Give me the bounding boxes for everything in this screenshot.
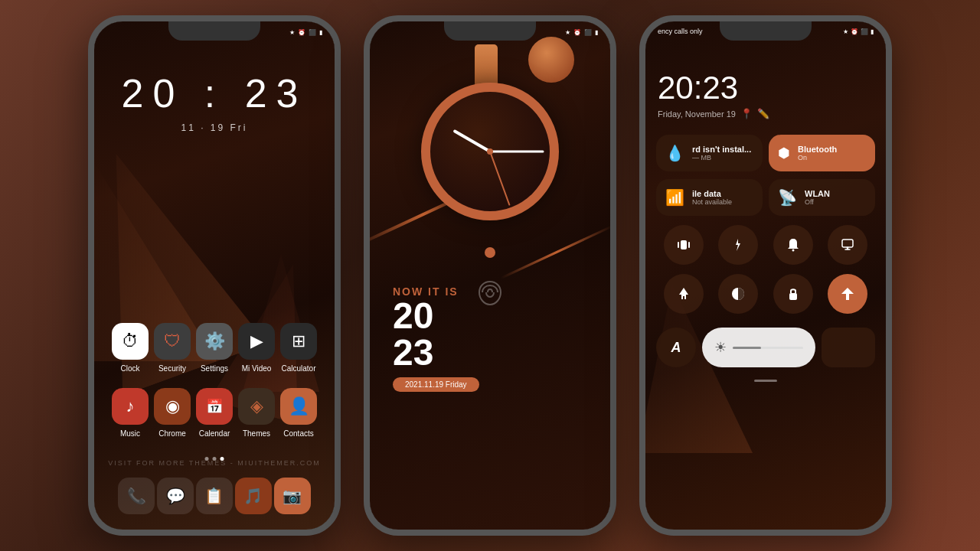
app-music-label: Music (120, 429, 140, 438)
dock-messages[interactable]: 💬 (157, 478, 194, 514)
cc-bluetooth-sub: On (798, 154, 837, 161)
alarm-icon-1: ⏰ (298, 29, 305, 36)
app-calculator-label: Calculator (281, 364, 315, 373)
home-clock: 20 : 23 11 · 19 Fri (94, 40, 335, 141)
battery-icon-2: ▮ (595, 29, 598, 36)
app-grid: ⏱ Clock 🛡 Security ⚙️ Settings ▶ (94, 323, 335, 453)
toggle-lock[interactable] (773, 274, 813, 314)
cc-dark-tile[interactable] (822, 328, 875, 367)
cc-water-title: rd isn't instal... (692, 145, 751, 154)
home-time: 20 : 23 (94, 70, 335, 116)
mivideo-app-icon[interactable]: ▶ (238, 323, 275, 360)
cc-tile-wlan[interactable]: 📡 WLAN Off (769, 179, 875, 216)
security-app-icon[interactable]: 🛡 (154, 323, 191, 360)
toggle-location[interactable] (828, 274, 867, 314)
cc-toggles-row1 (645, 222, 886, 268)
second-hand (489, 152, 511, 206)
cc-mobiledata-sub: Not available (692, 198, 732, 206)
cc-wlan-text: WLAN Off (805, 189, 830, 206)
svg-point-3 (792, 249, 794, 252)
dock-camera[interactable]: 📷 (274, 478, 311, 514)
cc-bottom-controls: A ☀ (645, 324, 886, 370)
now-digits-top: 20 23 (393, 298, 479, 371)
cc-tile-water[interactable]: 💧 rd isn't instal... — MB (656, 135, 763, 171)
mobiledata-icon: 📶 (665, 188, 684, 207)
app-music[interactable]: ♪ Music (109, 388, 151, 438)
center-dot (487, 148, 493, 155)
cc-bluetooth-icon: ★ (843, 28, 848, 35)
brightness-slider[interactable]: ☀ (702, 328, 815, 367)
dock-notes[interactable]: 📋 (196, 478, 233, 514)
cc-tile-bluetooth[interactable]: ⬢ Bluetooth On (769, 135, 875, 171)
app-contacts[interactable]: 👤 Contacts (278, 388, 319, 438)
clock-face (421, 83, 559, 220)
svg-rect-2 (688, 242, 690, 248)
app-clock[interactable]: ⏱ Clock (109, 323, 151, 373)
toggle-screenshot[interactable] (828, 225, 867, 265)
status-bar-1: ★ ⏰ ⬛ ▮ (94, 21, 335, 40)
scroll-indicator (645, 375, 886, 386)
now-section: NOW IT IS 20 23 2021.11.19 Friday (393, 285, 479, 392)
cc-mobiledata-text: ile data Not available (692, 189, 732, 206)
water-icon: 💧 (665, 144, 684, 162)
app-themes-label: Themes (243, 429, 270, 438)
themes-app-icon[interactable]: ◈ (238, 388, 275, 425)
cc-screenshot-icon: ⬛ (861, 28, 868, 35)
date-badge: 2021.11.19 Friday (393, 377, 479, 392)
cc-tile-mobiledata[interactable]: 📶 ile data Not available (656, 179, 763, 216)
cc-tiles-row1: 💧 rd isn't instal... — MB ⬢ Bluetooth On (645, 127, 886, 179)
app-clock-label: Clock (120, 364, 139, 373)
status-bar-2: ★ ⏰ ⬛ ▮ (370, 21, 610, 40)
svg-rect-4 (842, 240, 853, 247)
watermark-1: VISIT FOR MORE THEMES - MIUITHEMER.COM (94, 459, 335, 467)
calendar-app-icon[interactable]: 📅 (196, 388, 233, 425)
battery-icon-1: ▮ (319, 29, 322, 36)
phone-lockscreen: ★ ⏰ ⬛ ▮ (364, 15, 616, 536)
app-calculator[interactable]: ⊞ Calculator (278, 323, 319, 373)
toggle-notifications[interactable] (773, 225, 813, 265)
location-icon[interactable]: 📍 (740, 108, 753, 119)
brightness-fill (733, 347, 761, 349)
phone-control-center: ency calls only ★ ⏰ ⬛ ▮ 20:23 Friday, No… (639, 15, 892, 536)
app-security-label: Security (158, 364, 186, 373)
scroll-line (754, 380, 777, 382)
cc-font-btn[interactable]: A (656, 328, 696, 367)
fingerprint-icon[interactable] (475, 278, 505, 315)
dock: 📞 💬 📋 🎵 📷 (94, 478, 335, 514)
music-app-icon[interactable]: ♪ (112, 388, 149, 425)
screenshot-icon-2: ⬛ (584, 29, 592, 36)
app-calendar[interactable]: 📅 Calendar (194, 388, 235, 438)
app-mivideo-label: Mi Video (242, 364, 272, 373)
screenshot-icon-1: ⬛ (309, 29, 316, 36)
app-mivideo[interactable]: ▶ Mi Video (236, 323, 277, 373)
app-row-1: ⏱ Clock 🛡 Security ⚙️ Settings ▶ (109, 323, 319, 373)
dock-phone[interactable]: 📞 (118, 478, 155, 514)
cc-mobiledata-title: ile data (692, 189, 732, 198)
toggle-vibrate[interactable] (664, 225, 704, 265)
toggle-airplane[interactable] (664, 274, 704, 314)
edit-icon[interactable]: ✏️ (757, 108, 769, 119)
clock-ball (528, 37, 574, 83)
cc-header: 20:23 Friday, November 19 📍 ✏️ (645, 35, 886, 127)
cc-status-top: ency calls only ★ ⏰ ⬛ ▮ (645, 21, 886, 35)
bluetooth-tile-icon: ⬢ (778, 145, 790, 161)
phone-homescreen: ★ ⏰ ⬛ ▮ 20 : 23 11 · 19 Fri ⏱ Clock 🛡 Se… (88, 15, 341, 536)
cc-bluetooth-title: Bluetooth (798, 145, 837, 154)
cc-tile-bluetooth-text: Bluetooth On (798, 145, 837, 161)
contacts-app-icon[interactable]: 👤 (280, 388, 317, 425)
app-themes[interactable]: ◈ Themes (236, 388, 277, 438)
toggle-flashlight[interactable] (718, 225, 758, 265)
app-chrome[interactable]: ◉ Chrome (152, 388, 193, 438)
chrome-app-icon[interactable]: ◉ (154, 388, 191, 425)
settings-app-icon[interactable]: ⚙️ (196, 323, 233, 360)
app-security[interactable]: 🛡 Security (152, 323, 193, 373)
clock-app-icon[interactable]: ⏱ (112, 323, 149, 360)
app-settings[interactable]: ⚙️ Settings (194, 323, 235, 373)
dock-music2[interactable]: 🎵 (235, 478, 272, 514)
calculator-app-icon[interactable]: ⊞ (280, 323, 317, 360)
hour-hand (452, 129, 491, 153)
cc-water-sub: — MB (692, 154, 751, 161)
app-chrome-label: Chrome (158, 429, 186, 438)
toggle-darkmode[interactable] (718, 274, 758, 314)
clock-bottom-dot (485, 247, 495, 258)
